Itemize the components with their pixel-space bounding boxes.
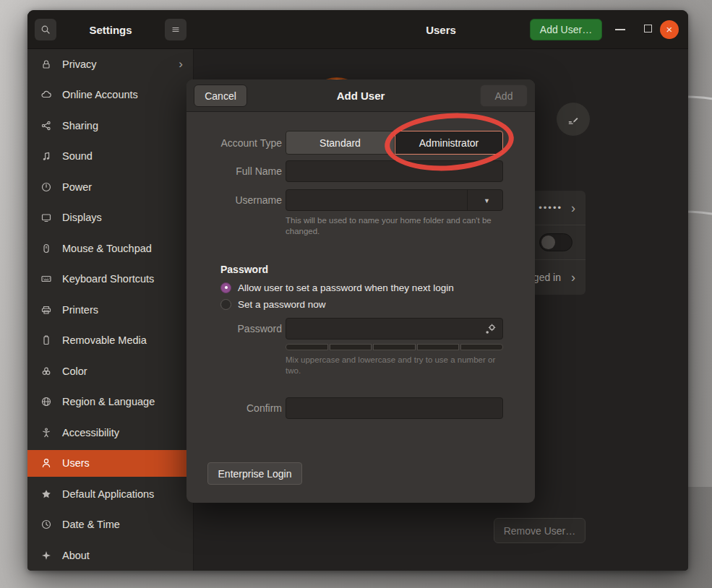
radio-set-now-label: Set a password now [238,299,326,310]
toggle-switch[interactable] [539,233,572,251]
display-icon [40,212,52,223]
chevron-right-icon: › [571,271,575,284]
add-user-button[interactable]: Add User… [530,19,602,40]
logged-in-label: ged in [533,272,561,283]
clock-icon [40,519,52,530]
sidebar-item-mouse-touchpad[interactable]: Mouse & Touchpad [27,235,193,261]
lock-icon [40,59,52,70]
sidebar-item-label: Region & Language [62,396,155,407]
username-combo-input[interactable]: ▼ [286,189,503,211]
chevron-right-icon: › [571,202,575,215]
radio-selected-icon[interactable] [220,282,231,293]
pencil-icon [567,113,580,126]
enterprise-login-button[interactable]: Enterprise Login [207,462,302,485]
hamburger-icon [170,24,181,35]
strength-segment [373,344,416,350]
sidebar-item-keyboard-shortcuts[interactable]: Keyboard Shortcuts [27,266,193,293]
radio-next-login[interactable]: Allow user to set a password when they n… [220,281,454,294]
sidebar-item-accessibility[interactable]: Accessibility [27,419,193,446]
password-section-heading: Password [220,264,268,275]
color-icon [40,366,52,377]
sidebar-item-printers[interactable]: Printers [27,296,193,323]
sparkle-icon [40,550,52,561]
dropdown-arrow-icon[interactable]: ▼ [484,197,490,204]
sidebar-item-default-applications[interactable]: Default Applications [27,480,193,507]
window-controls: × [605,10,688,49]
account-type-label: Account Type [186,137,282,149]
password-dots: ••••• [539,202,562,213]
star-icon [40,488,52,500]
strength-segment [417,344,460,350]
confirm-password-input[interactable] [286,397,503,419]
standard-account-button[interactable]: Standard [286,131,395,155]
combo-divider [467,190,468,210]
sidebar-item-label: Power [62,181,92,193]
add-button[interactable]: Add [480,85,528,107]
cloud-icon [40,89,52,100]
sidebar-item-online-accounts[interactable]: Online Accounts [27,82,193,108]
keyboard-icon [40,273,52,285]
edit-avatar-button[interactable] [557,103,590,136]
sidebar-item-label: Accessibility [62,427,119,438]
sidebar-item-label: Mouse & Touchpad [62,243,152,254]
cancel-button[interactable]: Cancel [194,85,247,107]
sidebar-item-label: Privacy [62,59,97,70]
sidebar-item-privacy[interactable]: Privacy › [27,51,193,77]
user-icon [40,457,52,469]
settings-window: Settings Users Add User… × [27,10,688,571]
strength-segment [330,344,372,350]
password-strength-meter [286,344,503,350]
globe-icon [40,396,52,407]
removable-media-icon [40,334,52,346]
username-help-text: This will be used to name your home fold… [286,215,502,237]
sidebar-item-label: Date & Time [62,519,120,530]
strength-segment [460,344,503,350]
password-hint-text: Mix uppercase and lowercase and try to u… [286,355,502,376]
sidebar-item-about[interactable]: About [27,542,193,568]
sidebar-item-label: Online Accounts [62,89,138,100]
sidebar-item-users[interactable]: Users [27,450,193,477]
sidebar-item-label: Color [62,366,87,377]
password-input[interactable] [286,318,503,340]
search-icon [40,24,51,35]
dialog-header: Cancel Add User Add [186,79,535,112]
sidebar-item-color[interactable]: Color [27,358,193,384]
sidebar-item-label: Printers [62,304,98,316]
remove-user-button[interactable]: Remove User… [494,518,586,543]
sidebar-item-label: Sound [62,150,93,162]
sidebar-item-label: Displays [62,212,102,223]
sidebar-item-power[interactable]: Power [27,173,193,200]
sidebar-item-date-time[interactable]: Date & Time [27,511,193,538]
search-button[interactable] [35,19,56,40]
headerbar-right: Users Add User… × [194,10,688,48]
sidebar-item-label: Keyboard Shortcuts [62,273,154,285]
password-label: Password [186,323,282,334]
accessibility-icon [40,427,52,438]
confirm-label: Confirm [186,402,282,414]
close-button[interactable]: × [660,20,679,39]
sidebar-item-label: About [62,550,90,561]
full-name-label: Full Name [186,165,282,177]
radio-next-login-label: Allow user to set a password when they n… [238,282,454,293]
maximize-button[interactable] [644,25,652,33]
minimize-button[interactable] [615,29,625,30]
share-icon [40,120,52,131]
desktop: Settings Users Add User… × [0,0,712,588]
sidebar-item-sound[interactable]: Sound [27,143,193,170]
menu-button[interactable] [165,19,186,40]
headerbar: Settings Users Add User… × [27,10,688,49]
sidebar-item-label: Removable Media [62,334,147,346]
sidebar-item-removable-media[interactable]: Removable Media [27,327,193,354]
sidebar: Privacy › Online Accounts Sharing Sound … [27,49,194,571]
strength-segment [286,344,328,350]
sidebar-item-region-language[interactable]: Region & Language [27,389,193,415]
sidebar-item-displays[interactable]: Displays [27,204,193,231]
radio-unselected-icon[interactable] [220,299,231,310]
sidebar-item-sharing[interactable]: Sharing [27,112,193,139]
sidebar-item-label: Sharing [62,120,98,131]
toggle-knob [541,235,555,249]
power-icon [40,181,52,193]
printer-icon [40,304,52,316]
generate-password-icon[interactable] [484,323,497,336]
radio-set-now[interactable]: Set a password now [220,298,326,311]
